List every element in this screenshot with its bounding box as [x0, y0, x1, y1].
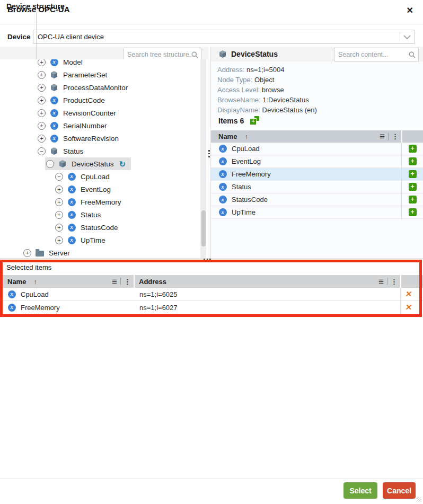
- tree-item-processdatamonitor[interactable]: + ProcessDataMonitor: [0, 81, 200, 94]
- add-item-button[interactable]: +: [409, 183, 417, 191]
- tree-item-revisioncounter[interactable]: + x RevisionCounter: [0, 107, 200, 119]
- column-menu-icon[interactable]: ≡: [112, 277, 117, 286]
- tree-item-serialnumber[interactable]: + x SerialNumber: [0, 119, 200, 132]
- kebab-menu-icon[interactable]: ⋮: [124, 278, 131, 286]
- variable-icon: x: [50, 135, 58, 143]
- tree-item-label: Status: [81, 211, 101, 219]
- variable-icon: x: [218, 145, 227, 153]
- close-icon[interactable]: ✕: [407, 5, 413, 16]
- tree-item-cpuload[interactable]: − x CpuLoad: [0, 170, 200, 183]
- tree-item-label: SoftwareRevision: [63, 135, 119, 143]
- item-row-freememory[interactable]: x FreeMemory +: [211, 168, 423, 181]
- sort-ascending-icon[interactable]: ↑: [33, 278, 37, 286]
- add-item-button[interactable]: +: [409, 157, 417, 165]
- expand-icon[interactable]: +: [38, 122, 46, 130]
- remove-item-icon[interactable]: ✕: [404, 303, 413, 312]
- title-divider: [0, 24, 423, 24]
- header-divider: [120, 278, 121, 285]
- tree-item-status2[interactable]: + x Status: [0, 208, 200, 221]
- collapse-icon[interactable]: −: [55, 173, 63, 181]
- kebab-menu-icon[interactable]: ⋮: [391, 278, 398, 286]
- detail-line: Node Type: Object: [217, 75, 317, 85]
- selected-item-address: ns=1;i=6025: [139, 290, 400, 298]
- expand-icon[interactable]: +: [55, 236, 63, 244]
- tree-item-status[interactable]: − Status: [0, 145, 200, 157]
- tree-item-eventlog[interactable]: + x EventLog: [0, 183, 200, 196]
- tree-item-label: DeviceStatus: [72, 160, 114, 168]
- search-icon[interactable]: [409, 51, 416, 58]
- footer-divider: [0, 479, 423, 479]
- expand-icon[interactable]: +: [55, 198, 63, 206]
- item-row-statuscode[interactable]: x StatusCode +: [211, 193, 423, 206]
- expand-icon[interactable]: +: [23, 249, 31, 257]
- add-item-button[interactable]: +: [409, 208, 417, 216]
- expand-icon[interactable]: +: [55, 224, 63, 232]
- expand-icon[interactable]: +: [38, 109, 46, 117]
- tree-item-label: ProductCode: [63, 96, 105, 104]
- item-row-uptime[interactable]: x UpTime +: [211, 206, 423, 219]
- expand-icon[interactable]: +: [38, 71, 46, 79]
- kebab-menu-icon[interactable]: ⋮: [392, 132, 399, 140]
- item-row-cpuload[interactable]: x CpuLoad +: [211, 143, 423, 155]
- item-row-eventlog[interactable]: x EventLog +: [211, 155, 423, 168]
- tree-item-label: RevisionCounter: [63, 109, 116, 117]
- collapse-icon[interactable]: −: [38, 147, 46, 155]
- variable-icon: x: [67, 224, 76, 232]
- name-column-header[interactable]: Name: [7, 278, 26, 286]
- collapse-icon[interactable]: −: [46, 160, 54, 168]
- item-row-status[interactable]: x Status +: [211, 181, 423, 193]
- tree-item-uptime[interactable]: + x UpTime: [0, 234, 200, 246]
- tree-item-freememory[interactable]: + x FreeMemory: [0, 196, 200, 208]
- expand-icon[interactable]: +: [55, 211, 63, 219]
- tree-scrollbar-thumb[interactable]: [201, 210, 206, 246]
- item-name: EventLog: [232, 157, 261, 165]
- content-search-box[interactable]: [334, 48, 419, 61]
- resize-grip[interactable]: [417, 497, 421, 502]
- tree-item-statuscode[interactable]: + x StatusCode: [0, 221, 200, 234]
- refresh-icon[interactable]: ↻: [119, 160, 126, 168]
- expand-icon[interactable]: +: [38, 96, 46, 104]
- device-structure-title: Device structure: [6, 0, 65, 13]
- detail-line: Address: ns=1;i=5004: [217, 65, 317, 75]
- tree-scrollbar[interactable]: [200, 59, 206, 258]
- search-icon[interactable]: [191, 51, 198, 58]
- node-details: Address: ns=1;i=5004 Node Type: Object A…: [217, 65, 317, 115]
- device-select[interactable]: [33, 30, 415, 44]
- column-menu-icon[interactable]: ≡: [380, 132, 385, 141]
- tree-item-label: Model: [63, 59, 83, 66]
- device-input[interactable]: [33, 30, 399, 43]
- chevron-down-icon[interactable]: [403, 35, 411, 40]
- content-search-input[interactable]: [334, 48, 411, 61]
- expand-icon[interactable]: +: [38, 84, 46, 92]
- address-column-header[interactable]: Address: [139, 278, 166, 286]
- tree-item-label: Status: [63, 147, 83, 155]
- selected-row-freememory[interactable]: x FreeMemory ns=1;i=6027 ✕: [0, 301, 423, 314]
- name-column-header[interactable]: Name: [218, 132, 237, 140]
- sort-ascending-icon[interactable]: ↑: [244, 132, 248, 140]
- add-item-button[interactable]: +: [409, 145, 417, 153]
- tree-item-softwarerevision[interactable]: + x SoftwareRevision: [0, 132, 200, 145]
- tree-item-model[interactable]: + x Model: [0, 59, 200, 68]
- expand-icon[interactable]: +: [38, 59, 46, 66]
- cancel-button[interactable]: Cancel: [383, 482, 416, 499]
- item-name: Status: [232, 183, 251, 191]
- add-item-button[interactable]: +: [409, 196, 417, 204]
- variable-icon: x: [218, 208, 227, 216]
- add-item-button[interactable]: +: [409, 170, 417, 178]
- select-button[interactable]: Select: [343, 482, 377, 499]
- column-menu-icon[interactable]: ≡: [378, 277, 384, 286]
- remove-item-icon[interactable]: ✕: [404, 289, 413, 299]
- add-all-icon[interactable]: +: [250, 116, 259, 125]
- node-title: DeviceStatus: [231, 47, 278, 61]
- tree-item-label: Server: [49, 249, 70, 257]
- tree-item-parameterset[interactable]: + ParameterSet: [0, 68, 200, 81]
- horizontal-divider: [0, 258, 423, 259]
- expand-icon[interactable]: +: [55, 185, 63, 193]
- tree-item-label: FreeMemory: [81, 198, 121, 206]
- tree-item-server[interactable]: + Server: [0, 246, 200, 258]
- vertical-splitter-handle[interactable]: [208, 150, 210, 159]
- selected-row-cpuload[interactable]: x CpuLoad ns=1;i=6025 ✕: [0, 288, 423, 301]
- tree-item-productcode[interactable]: + x ProductCode: [0, 94, 200, 107]
- expand-icon[interactable]: +: [38, 135, 46, 143]
- tree-item-devicestatus[interactable]: − DeviceStatus ↻: [0, 157, 200, 170]
